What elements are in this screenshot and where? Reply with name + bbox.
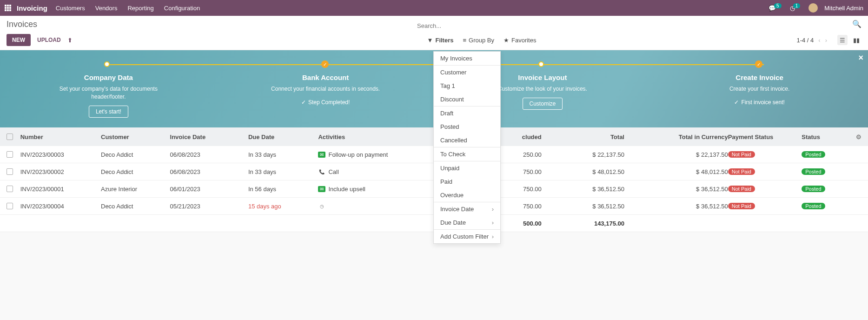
activities-icon[interactable]: ◷1 (790, 5, 802, 12)
cell-payment-status: Not Paid (728, 168, 802, 175)
col-due-date[interactable]: Due Date (248, 133, 318, 140)
step-bank-account: Bank AccountConnect your financial accou… (217, 73, 434, 106)
filters-dropdown: My Invoices Customer Tag 1 Discount Draf… (433, 51, 501, 244)
col-number[interactable]: Number (20, 133, 101, 140)
row-checkbox[interactable] (7, 151, 13, 158)
step-completed-label: ✓ Step Completed! (301, 99, 350, 106)
upload-icon[interactable]: ⬆ (67, 37, 73, 44)
close-icon[interactable]: × (858, 53, 863, 63)
cell-customer: Deco Addict (101, 168, 170, 175)
page-title: Invoices (7, 20, 37, 29)
cell-status: Posted (802, 151, 848, 158)
pager-next-icon[interactable]: › (825, 37, 827, 44)
col-invoice-date[interactable]: Invoice Date (170, 133, 248, 140)
col-total[interactable]: Total (542, 133, 624, 140)
row-checkbox[interactable] (7, 186, 13, 192)
cell-payment-status: Not Paid (728, 151, 802, 158)
user-name[interactable]: Mitchell Admin (824, 5, 863, 12)
filter-unpaid[interactable]: Unpaid (434, 161, 500, 175)
filter-discount[interactable]: Discount (434, 93, 500, 106)
cell-currency-total: $ 36,512.50 (624, 203, 728, 210)
cell-currency-total: $ 48,012.50 (624, 168, 728, 175)
cell-due-date: In 33 days (248, 168, 318, 175)
filter-cancelled[interactable]: Cancelled (434, 133, 500, 147)
list-view-icon[interactable]: ☰ (837, 35, 848, 45)
step-create-invoice: Create InvoiceCreate your first invoice.… (651, 73, 868, 106)
cell-number: INV/2023/00001 (20, 186, 101, 193)
cell-due-date: 15 days ago (248, 203, 318, 210)
cell-customer: Deco Addict (101, 203, 170, 210)
lets-start-button[interactable]: Let's start! (89, 106, 128, 118)
filter-add-custom[interactable]: Add Custom Filter (434, 230, 500, 243)
filter-my-invoices[interactable]: My Invoices (434, 52, 500, 65)
invoice-sent-label: ✓ First invoice sent! (734, 99, 784, 106)
filter-due-date[interactable]: Due Date (434, 216, 500, 229)
envelope-icon[interactable]: ✉ (318, 186, 325, 192)
cell-total: $ 36,512.50 (542, 203, 624, 210)
customize-button[interactable]: Customize (523, 98, 563, 110)
cell-customer: Azure Interior (101, 186, 170, 193)
groupby-tool[interactable]: ≡ Group By (463, 37, 494, 44)
menu-reporting[interactable]: Reporting (127, 5, 153, 12)
col-total-currency[interactable]: Total in Currency (624, 133, 728, 140)
cell-total: $ 22,137.50 (542, 151, 624, 158)
cell-total: $ 48,012.50 (542, 168, 624, 175)
cell-invoice-date: 06/08/2023 (170, 151, 248, 158)
title-bar: Invoices 🔍 (0, 16, 868, 32)
row-checkbox[interactable] (7, 168, 13, 175)
filter-posted[interactable]: Posted (434, 120, 500, 133)
main-menu: Customers Vendors Reporting Configuratio… (56, 5, 769, 12)
cell-due-date: In 33 days (248, 151, 318, 158)
cell-currency-total: $ 22,137.50 (624, 151, 728, 158)
cell-invoice-date: 06/08/2023 (170, 168, 248, 175)
row-checkbox[interactable] (7, 203, 13, 209)
filter-tag1[interactable]: Tag 1 (434, 79, 500, 93)
step-company-data: Company DataSet your company's data for … (0, 73, 217, 118)
search-icon[interactable]: 🔍 (852, 20, 861, 28)
select-all-checkbox[interactable] (7, 133, 13, 140)
search-input[interactable] (416, 20, 848, 32)
filter-draft[interactable]: Draft (434, 107, 500, 120)
menu-configuration[interactable]: Configuration (164, 5, 200, 12)
cell-number: INV/2023/00002 (20, 168, 101, 175)
col-status[interactable]: Status (802, 133, 848, 140)
new-button[interactable]: NEW (7, 34, 31, 46)
cell-total: $ 36,512.50 (542, 186, 624, 193)
apps-icon[interactable] (5, 5, 13, 11)
col-payment-status[interactable]: Payment Status (728, 133, 802, 140)
pager-prev-icon[interactable]: ‹ (818, 37, 820, 44)
col-customer[interactable]: Customer (101, 133, 170, 140)
avatar[interactable] (808, 3, 818, 13)
cell-number: INV/2023/00003 (20, 151, 101, 158)
pager-text: 1-4 / 4 (796, 37, 814, 44)
messages-icon[interactable]: 💬5 (769, 5, 783, 12)
cell-status: Posted (802, 203, 848, 209)
menu-vendors[interactable]: Vendors (95, 5, 118, 12)
cell-payment-status: Not Paid (728, 203, 802, 209)
filter-customer[interactable]: Customer (434, 66, 500, 79)
app-brand[interactable]: Invoicing (17, 4, 47, 12)
filter-invoice-date[interactable]: Invoice Date (434, 202, 500, 216)
filter-to-check[interactable]: To Check (434, 147, 500, 161)
favorites-tool[interactable]: ★ Favorites (504, 37, 536, 44)
cell-due-date: In 56 days (248, 186, 318, 193)
top-navbar: Invoicing Customers Vendors Reporting Co… (0, 0, 868, 16)
menu-customers[interactable]: Customers (56, 5, 85, 12)
filter-overdue[interactable]: Overdue (434, 188, 500, 202)
filter-paid[interactable]: Paid (434, 175, 500, 188)
upload-button[interactable]: UPLOAD (37, 37, 61, 43)
phone-icon[interactable]: 📞 (318, 169, 325, 175)
cell-number: INV/2023/00004 (20, 203, 101, 210)
filters-tool[interactable]: ▼ Filters (427, 37, 454, 44)
envelope-icon[interactable]: ✉ (318, 152, 325, 158)
cell-status: Posted (802, 168, 848, 175)
cell-customer: Deco Addict (101, 151, 170, 158)
cell-payment-status: Not Paid (728, 186, 802, 192)
cell-invoice-date: 06/01/2023 (170, 186, 248, 193)
kanban-view-icon[interactable]: ▮▮ (851, 35, 861, 45)
column-options-icon[interactable]: ⚙ (848, 133, 861, 140)
cell-invoice-date: 05/21/2023 (170, 203, 248, 210)
cell-status: Posted (802, 186, 848, 192)
clock-icon[interactable]: ◷ (318, 203, 325, 209)
cell-currency-total: $ 36,512.50 (624, 186, 728, 193)
